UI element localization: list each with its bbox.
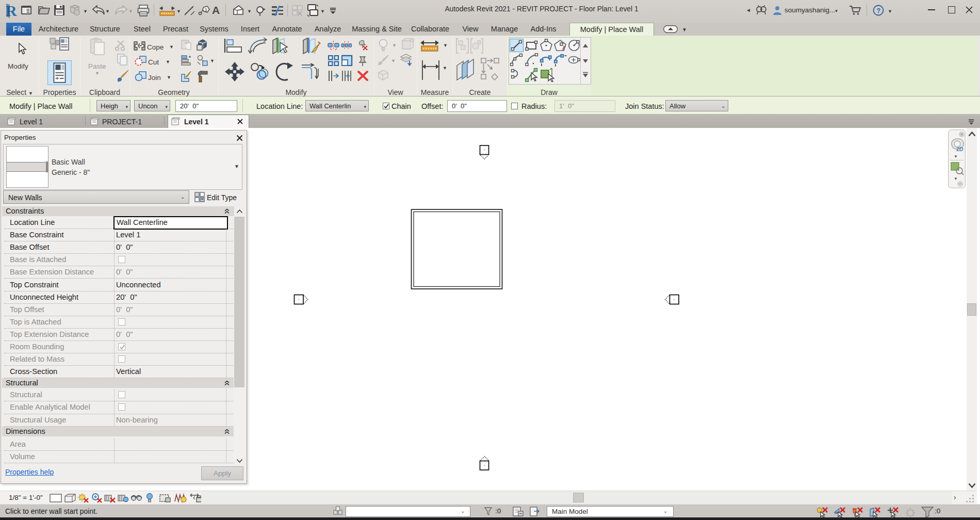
svg-text:?: ? (876, 7, 880, 14)
svg-text:2D: 2D (956, 146, 963, 152)
